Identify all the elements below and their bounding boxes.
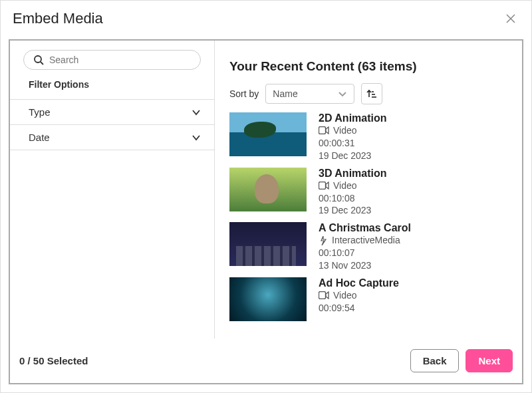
- search-field[interactable]: [23, 50, 201, 70]
- item-meta: 3D Animation Video 00:10:08 19 Dec 2023: [319, 168, 387, 217]
- item-duration: 00:00:31: [319, 137, 387, 150]
- filter-date[interactable]: Date: [10, 125, 214, 150]
- filter-type[interactable]: Type: [10, 100, 214, 125]
- selected-count: 0 / 50 Selected: [19, 355, 88, 366]
- content-title: Your Recent Content (63 items): [229, 59, 507, 74]
- list-item[interactable]: Ad Hoc Capture Video 00:09:54: [229, 277, 518, 321]
- modal-title: Embed Media: [13, 10, 103, 27]
- modal-body: Filter Options Type Date Your Recent Con…: [9, 39, 523, 384]
- item-meta: A Christmas Carol InteractiveMedia 00:10…: [319, 222, 411, 272]
- sort-select[interactable]: Name: [265, 84, 354, 104]
- content-header: Your Recent Content (63 items): [215, 41, 522, 74]
- svg-rect-7: [319, 292, 326, 299]
- item-duration: 00:09:54: [319, 302, 399, 315]
- svg-rect-5: [319, 127, 326, 134]
- item-title: 2D Animation: [319, 112, 387, 124]
- item-type: Video: [319, 289, 399, 302]
- thumbnail: [229, 112, 307, 156]
- item-meta: 2D Animation Video 00:00:31 19 Dec 2023: [319, 112, 387, 162]
- columns: Filter Options Type Date Your Recent Con…: [10, 41, 522, 338]
- chevron-down-icon: [192, 108, 201, 117]
- thumbnail: [229, 168, 307, 211]
- search-wrap: [10, 41, 214, 76]
- video-icon: [319, 291, 329, 299]
- item-duration: 00:10:08: [319, 192, 387, 205]
- sort-direction-button[interactable]: [361, 83, 382, 104]
- sort-label: Sort by: [229, 88, 259, 99]
- list-item[interactable]: A Christmas Carol InteractiveMedia 00:10…: [229, 222, 518, 272]
- filter-options-heading: Filter Options: [10, 76, 214, 100]
- item-meta: Ad Hoc Capture Video 00:09:54: [319, 277, 399, 321]
- item-title: Ad Hoc Capture: [319, 277, 399, 289]
- interactive-icon: [319, 236, 328, 245]
- chevron-down-icon: [192, 133, 201, 142]
- item-date: 19 Dec 2023: [319, 150, 387, 162]
- item-type: Video: [319, 180, 387, 192]
- content-list[interactable]: 2D Animation Video 00:00:31 19 Dec 2023: [215, 112, 522, 338]
- thumbnail: [229, 277, 307, 321]
- sort-row: Sort by Name: [215, 74, 522, 112]
- filter-type-label: Type: [29, 106, 51, 118]
- item-title: A Christmas Carol: [319, 222, 411, 234]
- video-icon: [319, 182, 329, 190]
- thumbnail: [229, 222, 307, 266]
- footer-buttons: Back Next: [410, 349, 513, 372]
- item-title: 3D Animation: [319, 168, 387, 180]
- modal-footer: 0 / 50 Selected Back Next: [10, 338, 522, 383]
- svg-line-1: [41, 62, 43, 65]
- close-icon: [506, 14, 515, 23]
- search-input[interactable]: [49, 55, 191, 65]
- modal-header: Embed Media: [1, 1, 531, 39]
- next-button[interactable]: Next: [466, 349, 513, 372]
- close-button[interactable]: [503, 11, 518, 27]
- svg-rect-6: [319, 182, 326, 190]
- item-duration: 00:10:07: [319, 247, 411, 259]
- list-item[interactable]: 3D Animation Video 00:10:08 19 Dec 2023: [229, 168, 518, 217]
- item-date: 19 Dec 2023: [319, 204, 387, 217]
- sort-ascending-icon: [366, 88, 377, 99]
- embed-media-modal: Embed Media Filter Options Type: [0, 0, 532, 393]
- back-button[interactable]: Back: [410, 349, 460, 372]
- chevron-down-icon: [338, 89, 347, 98]
- filter-date-label: Date: [29, 132, 50, 143]
- item-type: InteractiveMedia: [319, 234, 411, 247]
- sidebar: Filter Options Type Date: [10, 41, 215, 338]
- item-date: 13 Nov 2023: [319, 259, 411, 272]
- sort-value: Name: [273, 88, 297, 99]
- list-item[interactable]: 2D Animation Video 00:00:31 19 Dec 2023: [229, 112, 518, 162]
- video-icon: [319, 126, 329, 134]
- item-type: Video: [319, 124, 387, 137]
- svg-point-0: [35, 56, 41, 63]
- search-icon: [33, 55, 44, 65]
- content-pane: Your Recent Content (63 items) Sort by N…: [215, 41, 522, 338]
